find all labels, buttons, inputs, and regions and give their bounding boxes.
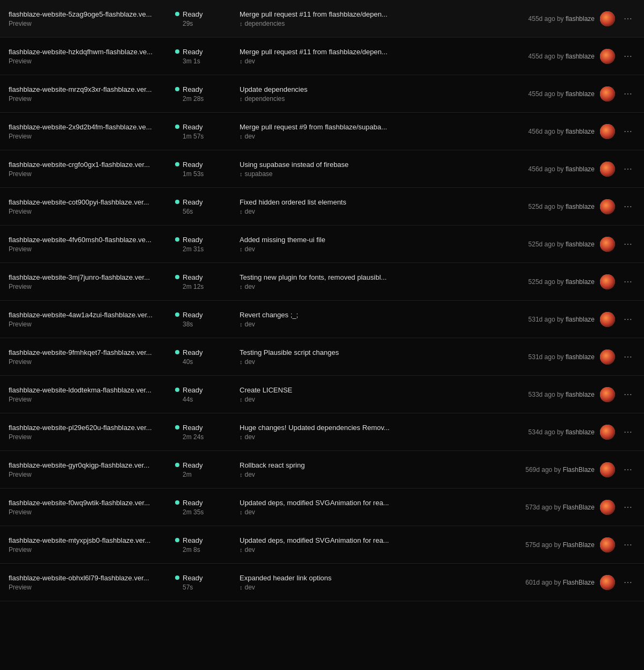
build-time: 2m 28s xyxy=(175,95,240,103)
deployment-name[interactable]: flashblaze-website-crgfo0gx1-flashblaze.… xyxy=(9,161,167,169)
more-options-button[interactable]: ⋯ xyxy=(620,387,635,402)
commit-col: Fixed hidden ordered list elements ↕ dev xyxy=(240,198,512,215)
deployment-name[interactable]: flashblaze-website-3mj7junro-flashblaze.… xyxy=(9,273,167,281)
status-text: Ready xyxy=(183,424,203,432)
branch-name: dependencies xyxy=(245,95,285,103)
more-options-button[interactable]: ⋯ xyxy=(620,162,635,177)
deployment-name[interactable]: flashblaze-website-gyr0qkigp-flashblaze.… xyxy=(9,461,167,469)
deployment-name[interactable]: flashblaze-website-mtyxpjsb0-flashblaze.… xyxy=(9,536,167,544)
more-options-button[interactable]: ⋯ xyxy=(620,312,635,327)
more-options-button[interactable]: ⋯ xyxy=(620,124,635,139)
status-dot-icon xyxy=(175,463,179,467)
meta-col: 601d ago by FlashBlaze ⋯ xyxy=(512,575,635,590)
more-options-button[interactable]: ⋯ xyxy=(620,11,635,26)
status-text: Ready xyxy=(183,348,203,356)
branch-name: dev xyxy=(245,433,255,441)
more-options-button[interactable]: ⋯ xyxy=(620,199,635,214)
deployment-type: Preview xyxy=(9,471,175,478)
deployment-age: 569d ago by FlashBlaze xyxy=(525,466,595,474)
more-options-button[interactable]: ⋯ xyxy=(620,537,635,552)
more-options-button[interactable]: ⋯ xyxy=(620,86,635,101)
branch-info: ↕ dependencies xyxy=(240,95,512,103)
commit-col: Testing new plugin for fonts, removed pl… xyxy=(240,273,512,290)
deployment-type: Preview xyxy=(9,95,175,103)
more-options-button[interactable]: ⋯ xyxy=(620,575,635,590)
deployment-name[interactable]: flashblaze-website-f0wq9wtik-flashblaze.… xyxy=(9,499,167,507)
deployment-name[interactable]: flashblaze-website-2x9d2b4fm-flashblaze.… xyxy=(9,123,167,131)
commit-message: Testing new plugin for fonts, removed pl… xyxy=(240,273,433,281)
branch-icon: ↕ xyxy=(240,584,243,591)
status-text: Ready xyxy=(183,198,203,206)
branch-info: ↕ dev xyxy=(240,546,512,554)
build-time: 3m 1s xyxy=(175,57,240,65)
commit-message: Merge pull request #11 from flashblaze/d… xyxy=(240,48,433,56)
deployment-name[interactable]: flashblaze-website-9fmhkqet7-flashblaze.… xyxy=(9,348,167,356)
deployment-name[interactable]: flashblaze-website-hzkdqfhwm-flashblaze.… xyxy=(9,48,167,56)
commit-message: Expanded header link options xyxy=(240,574,433,582)
deployment-name[interactable]: flashblaze-website-ldodtekma-flashblaze.… xyxy=(9,386,167,394)
more-options-button[interactable]: ⋯ xyxy=(620,49,635,64)
branch-name: dev xyxy=(245,245,255,253)
status-dot-icon xyxy=(175,312,179,317)
more-options-button[interactable]: ⋯ xyxy=(620,500,635,515)
more-options-button[interactable]: ⋯ xyxy=(620,462,635,477)
deployment-name[interactable]: flashblaze-website-4fv60msh0-flashblaze.… xyxy=(9,236,167,244)
avatar xyxy=(600,49,615,64)
deployment-name[interactable]: flashblaze-website-pl29e620u-flashblaze.… xyxy=(9,424,167,432)
branch-info: ↕ dev xyxy=(240,508,512,516)
more-options-button[interactable]: ⋯ xyxy=(620,274,635,289)
branch-name: dev xyxy=(245,133,255,140)
branch-icon: ↕ xyxy=(240,283,243,290)
commit-col: Merge pull request #9 from flashblaze/su… xyxy=(240,123,512,140)
deployment-row: flashblaze-website-hzkdqfhwm-flashblaze.… xyxy=(0,38,644,75)
status-dot-icon xyxy=(175,425,179,429)
deployment-type: Preview xyxy=(9,508,175,516)
deployment-name-col: flashblaze-website-ldodtekma-flashblaze.… xyxy=(9,386,175,403)
status-dot-icon xyxy=(175,500,179,505)
more-options-button[interactable]: ⋯ xyxy=(620,425,635,440)
deployment-status-col: Ready 2m 24s xyxy=(175,424,240,441)
deployment-name-col: flashblaze-website-obhxl6l79-flashblaze.… xyxy=(9,574,175,591)
branch-info: ↕ dev xyxy=(240,471,512,478)
deployment-status-col: Ready 40s xyxy=(175,348,240,366)
status-dot-icon xyxy=(175,538,179,542)
deployment-name[interactable]: flashblaze-website-4aw1a4zui-flashblaze.… xyxy=(9,311,167,319)
status-badge: Ready xyxy=(175,273,240,281)
meta-col: 525d ago by flashblaze ⋯ xyxy=(512,274,635,289)
branch-icon: ↕ xyxy=(240,246,243,252)
branch-name: dev xyxy=(245,283,255,290)
commit-col: Update dependencies ↕ dependencies xyxy=(240,85,512,103)
deployment-name[interactable]: flashblaze-website-5zag9oge5-flashblaze.… xyxy=(9,10,167,18)
deployment-row: flashblaze-website-gyr0qkigp-flashblaze.… xyxy=(0,451,644,489)
branch-name: dev xyxy=(245,57,255,65)
meta-col: 531d ago by flashblaze ⋯ xyxy=(512,312,635,327)
deployment-name[interactable]: flashblaze-website-obhxl6l79-flashblaze.… xyxy=(9,574,167,582)
commit-message: Added missing theme-ui file xyxy=(240,236,433,244)
status-dot-icon xyxy=(175,237,179,242)
deployment-name-col: flashblaze-website-pl29e620u-flashblaze.… xyxy=(9,424,175,441)
deployment-row: flashblaze-website-mrzq9x3xr-flashblaze.… xyxy=(0,75,644,113)
deployment-name[interactable]: flashblaze-website-cot900pyi-flashblaze.… xyxy=(9,198,167,206)
deployment-name[interactable]: flashblaze-website-mrzq9x3xr-flashblaze.… xyxy=(9,85,167,93)
branch-icon: ↕ xyxy=(240,547,243,553)
avatar xyxy=(600,387,615,402)
more-options-button[interactable]: ⋯ xyxy=(620,237,635,252)
avatar xyxy=(600,11,615,26)
branch-name: dev xyxy=(245,508,255,516)
branch-info: ↕ dev xyxy=(240,321,512,328)
status-badge: Ready xyxy=(175,348,240,356)
branch-info: ↕ dev xyxy=(240,584,512,591)
more-options-button[interactable]: ⋯ xyxy=(620,349,635,365)
status-badge: Ready xyxy=(175,161,240,169)
commit-col: Using supabase instead of firebase ↕ sup… xyxy=(240,161,512,178)
branch-icon: ↕ xyxy=(240,359,243,365)
deployment-status-col: Ready 38s xyxy=(175,311,240,328)
deployment-type: Preview xyxy=(9,321,175,328)
deployment-row: flashblaze-website-pl29e620u-flashblaze.… xyxy=(0,413,644,451)
status-dot-icon xyxy=(175,388,179,392)
branch-icon: ↕ xyxy=(240,133,243,140)
branch-icon: ↕ xyxy=(240,20,243,27)
branch-icon: ↕ xyxy=(240,208,243,215)
branch-name: dev xyxy=(245,546,255,554)
deployment-status-col: Ready 44s xyxy=(175,386,240,403)
